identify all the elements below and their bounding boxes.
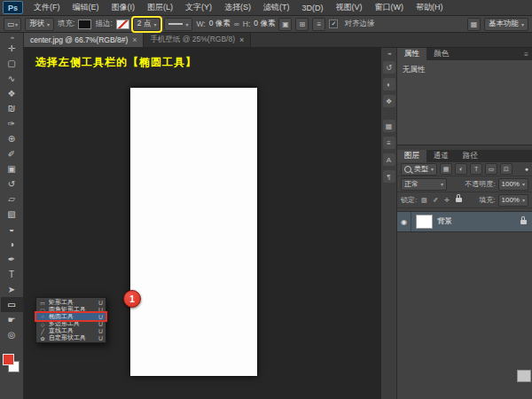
align-edges-checkbox[interactable]: ✓	[329, 20, 338, 28]
blend-mode-row: 正常 ▾ 不透明度: 100% ▾	[397, 176, 532, 192]
lock-image-pixels-icon[interactable]: ✐	[431, 195, 440, 205]
quick-selection-tool[interactable]: ❖	[1, 86, 23, 101]
link-dimensions-icon[interactable]: ∞	[234, 20, 239, 28]
menu-image[interactable]: 图像(I)	[106, 0, 142, 15]
menu-file[interactable]: 文件(F)	[27, 0, 66, 15]
menu-view[interactable]: 视图(V)	[330, 0, 369, 15]
layer-name: 背景	[437, 216, 519, 227]
healing-brush-tool[interactable]: ⊕	[1, 131, 23, 146]
stroke-width-field[interactable]: 2 点 ▾	[133, 18, 161, 31]
panel-menu-icon[interactable]: ≡	[520, 48, 532, 60]
ellipse-icon: ○	[39, 314, 46, 319]
brush-tool[interactable]: ✐	[1, 146, 23, 161]
canvas-area: 选择左侧工具栏的【椭圆工具】	[24, 48, 381, 399]
tab-properties[interactable]: 属性	[397, 48, 426, 60]
chevron-down-icon: ▾	[521, 21, 524, 27]
panel-scrollbar-thumb[interactable]	[517, 370, 531, 382]
tool-preset-picker[interactable]: ▭ ▾	[4, 18, 21, 31]
tool-mode-dropdown[interactable]: 形状 ▾	[25, 18, 54, 31]
path-arrangement-icon[interactable]: ≡	[312, 18, 325, 31]
dodge-tool[interactable]: ◑	[1, 237, 23, 252]
layer-filter-dropdown[interactable]: 类型 ▾	[401, 163, 437, 176]
flyout-item-shortcut: U	[98, 335, 103, 341]
info-panel-icon[interactable]: ≡	[383, 137, 395, 149]
blur-tool[interactable]: ◒	[1, 222, 23, 237]
filter-pixel-layers-icon[interactable]: ▦	[440, 163, 452, 175]
workspace-grid-icon[interactable]: ▦	[467, 18, 481, 31]
swatches-panel-icon[interactable]: ▦	[383, 120, 395, 132]
close-icon[interactable]: ×	[132, 35, 137, 44]
flyout-item-shortcut: U	[98, 328, 103, 334]
search-icon	[404, 166, 411, 173]
eraser-tool[interactable]: ▱	[1, 192, 23, 207]
lock-row: 锁定: ▨ ✐ ✛ 填充: 100% ▾	[397, 192, 532, 208]
document-tab-center[interactable]: center.jpg @ 66.7%(RGB/8#) ×	[24, 33, 144, 47]
lock-transparent-pixels-icon[interactable]: ▨	[419, 195, 428, 205]
filter-type-layers-icon[interactable]: T	[470, 163, 482, 175]
tab-color[interactable]: 颜色	[426, 48, 456, 60]
layer-thumbnail[interactable]	[416, 215, 433, 229]
path-operations-icon[interactable]: ▣	[278, 18, 292, 31]
tab-paths[interactable]: 路径	[456, 150, 485, 162]
fill-swatch[interactable]	[78, 20, 91, 29]
menu-3d[interactable]: 3D(D)	[296, 0, 330, 15]
layer-visibility-eye-icon[interactable]: ◉	[397, 212, 411, 231]
marquee-tool[interactable]: ▢	[1, 56, 23, 71]
pen-tool[interactable]: ✒	[1, 252, 23, 267]
menu-select[interactable]: 选择(S)	[218, 0, 257, 15]
crop-tool[interactable]: ₪	[1, 101, 23, 116]
tab-layers[interactable]: 图层	[397, 150, 426, 162]
chevron-down-icon: ▾	[153, 21, 156, 27]
type-tool[interactable]: T	[1, 267, 23, 282]
fill-opacity-dropdown[interactable]: 100% ▾	[498, 194, 528, 207]
clone-stamp-tool[interactable]: ▣	[1, 161, 23, 176]
history-panel-icon[interactable]: ↺	[383, 61, 395, 74]
history-brush-tool[interactable]: ↺	[1, 176, 23, 192]
eyedropper-tool[interactable]: ✑	[1, 116, 23, 131]
height-label: H:	[243, 20, 251, 28]
canvas[interactable]	[130, 88, 257, 376]
filter-toggle-icon[interactable]: ●	[525, 166, 528, 172]
document-tab-wallpaper[interactable]: 手机壁纸 @ 25%(RGB/8) ×	[144, 33, 251, 47]
foreground-color-swatch[interactable]	[3, 354, 14, 365]
adjustments-panel-icon[interactable]: ◐	[383, 78, 395, 90]
gradient-tool[interactable]: ▧	[1, 207, 23, 222]
filter-adjustment-layers-icon[interactable]: ◐	[455, 163, 467, 175]
dock-collapse-icon[interactable]: ◂◂	[387, 50, 390, 57]
menu-window[interactable]: 窗口(W)	[369, 0, 411, 15]
width-field[interactable]: 0 像素	[209, 19, 231, 29]
path-alignment-icon[interactable]: ⊞	[295, 18, 309, 31]
lock-position-icon[interactable]: ✛	[442, 195, 451, 205]
panel-dock: 属性 颜色 ≡ 无属性 图层 通道 路径 类型 ▾	[396, 48, 532, 399]
menu-filter[interactable]: 滤镜(T)	[257, 0, 296, 15]
menu-layer[interactable]: 图层(L)	[141, 0, 179, 15]
filter-shape-layers-icon[interactable]: ▭	[485, 163, 497, 175]
tab-channels[interactable]: 通道	[426, 150, 456, 162]
menu-edit[interactable]: 编辑(E)	[66, 0, 106, 15]
character-panel-icon[interactable]: A	[383, 153, 395, 166]
paragraph-panel-icon[interactable]: ¶	[383, 170, 395, 183]
menu-type[interactable]: 文字(Y)	[179, 0, 218, 15]
toolbar-collapse-icon[interactable]: ◂◂	[10, 33, 12, 41]
height-field[interactable]: 0 像素	[254, 19, 275, 29]
flyout-item-custom-shape-tool[interactable]: ✿ 自定形状工具 U	[36, 334, 106, 341]
styles-panel-icon[interactable]: ❖	[383, 95, 395, 107]
path-selection-tool[interactable]: ➤	[1, 282, 23, 297]
lasso-tool[interactable]: ∿	[1, 71, 23, 86]
rounded-rectangle-icon: ▢	[39, 307, 46, 313]
workspace-switcher[interactable]: 基本功能 ▾	[484, 18, 528, 31]
layer-row-background[interactable]: ◉ 背景	[397, 211, 532, 232]
shape-tool-flyout-menu: ▭ 矩形工具 U ▢ 圆角矩形工具 U ○ 椭圆工具 U ◇ 多边形工具 U ╱…	[35, 297, 106, 343]
stroke-style-dropdown[interactable]: ▾	[164, 18, 192, 31]
move-tool[interactable]: ✛	[1, 41, 23, 56]
menu-help[interactable]: 帮助(H)	[410, 0, 450, 15]
hand-tool[interactable]: ☛	[1, 312, 23, 327]
opacity-dropdown[interactable]: 100% ▾	[498, 178, 528, 191]
zoom-tool[interactable]: ◎	[1, 327, 23, 342]
stroke-swatch[interactable]	[116, 20, 129, 29]
filter-smart-object-icon[interactable]: ⊡	[500, 163, 512, 175]
blend-mode-dropdown[interactable]: 正常 ▾	[401, 178, 447, 191]
shape-tool[interactable]: ▭	[1, 297, 23, 312]
close-icon[interactable]: ×	[239, 35, 244, 44]
lock-all-icon[interactable]	[456, 198, 462, 202]
